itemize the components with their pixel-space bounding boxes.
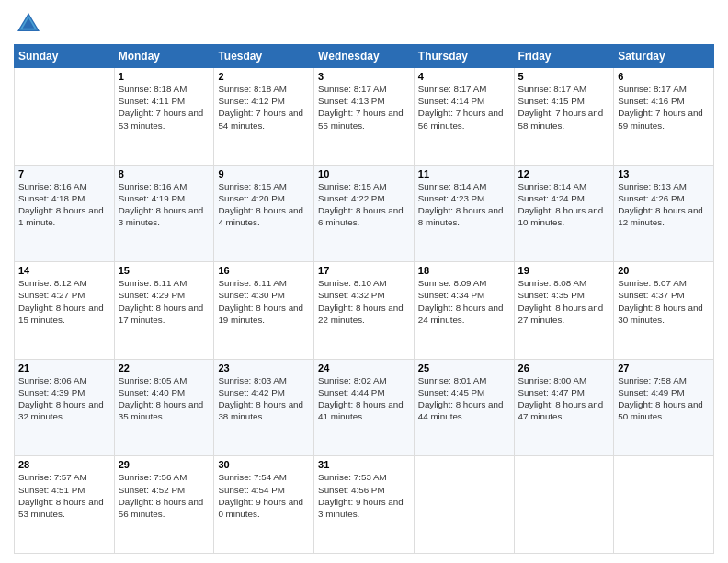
day-number: 23	[218, 362, 310, 373]
day-info: Sunrise: 8:17 AM Sunset: 4:14 PM Dayligh…	[418, 83, 510, 132]
calendar-cell	[614, 456, 714, 554]
sunrise: Sunrise: 8:03 AM	[218, 375, 287, 385]
calendar-cell: 19 Sunrise: 8:08 AM Sunset: 4:35 PM Dayl…	[514, 262, 614, 360]
daylight: Daylight: 7 hours and 54 minutes.	[218, 108, 303, 130]
sunrise: Sunrise: 8:11 AM	[218, 278, 287, 288]
day-number: 19	[518, 265, 610, 276]
sunset: Sunset: 4:52 PM	[119, 485, 185, 495]
sunset: Sunset: 4:16 PM	[618, 96, 684, 106]
day-number: 18	[418, 265, 510, 276]
day-number: 6	[618, 71, 710, 82]
day-info: Sunrise: 8:11 AM Sunset: 4:30 PM Dayligh…	[218, 277, 310, 326]
day-info: Sunrise: 8:18 AM Sunset: 4:11 PM Dayligh…	[119, 83, 210, 132]
day-number: 1	[119, 71, 210, 82]
sunrise: Sunrise: 8:17 AM	[418, 84, 487, 94]
daylight: Daylight: 8 hours and 41 minutes.	[318, 399, 404, 421]
calendar-cell: 13 Sunrise: 8:13 AM Sunset: 4:26 PM Dayl…	[614, 165, 714, 262]
calendar-cell: 26 Sunrise: 8:00 AM Sunset: 4:47 PM Dayl…	[514, 359, 614, 456]
day-info: Sunrise: 8:16 AM Sunset: 4:19 PM Dayligh…	[119, 180, 210, 229]
calendar-cell: 31 Sunrise: 7:53 AM Sunset: 4:56 PM Dayl…	[314, 456, 415, 554]
day-info: Sunrise: 8:10 AM Sunset: 4:32 PM Dayligh…	[318, 277, 410, 326]
daylight: Daylight: 8 hours and 15 minutes.	[18, 303, 104, 325]
sunrise: Sunrise: 8:10 AM	[318, 278, 387, 288]
calendar-cell: 9 Sunrise: 8:15 AM Sunset: 4:20 PM Dayli…	[214, 165, 314, 262]
day-info: Sunrise: 8:12 AM Sunset: 4:27 PM Dayligh…	[18, 277, 110, 326]
page: SundayMondayTuesdayWednesdayThursdayFrid…	[0, 0, 728, 563]
day-info: Sunrise: 7:53 AM Sunset: 4:56 PM Dayligh…	[318, 471, 410, 520]
daylight: Daylight: 8 hours and 10 minutes.	[518, 205, 604, 227]
calendar-cell: 15 Sunrise: 8:11 AM Sunset: 4:29 PM Dayl…	[114, 262, 214, 360]
sunrise: Sunrise: 7:53 AM	[318, 472, 387, 482]
daylight: Daylight: 7 hours and 55 minutes.	[318, 108, 404, 130]
calendar-header-monday: Monday	[114, 45, 214, 68]
day-info: Sunrise: 8:02 AM Sunset: 4:44 PM Dayligh…	[318, 374, 410, 423]
day-number: 21	[18, 362, 110, 373]
sunset: Sunset: 4:27 PM	[18, 290, 85, 300]
sunset: Sunset: 4:30 PM	[218, 290, 284, 300]
daylight: Daylight: 8 hours and 17 minutes.	[119, 303, 204, 325]
sunrise: Sunrise: 8:16 AM	[119, 181, 188, 191]
sunset: Sunset: 4:23 PM	[418, 193, 484, 203]
day-number: 16	[218, 265, 310, 276]
daylight: Daylight: 8 hours and 44 minutes.	[418, 399, 504, 421]
sunrise: Sunrise: 8:14 AM	[418, 181, 487, 191]
daylight: Daylight: 8 hours and 1 minute.	[18, 205, 104, 227]
day-number: 28	[18, 459, 110, 470]
day-info: Sunrise: 8:14 AM Sunset: 4:23 PM Dayligh…	[418, 180, 510, 229]
day-number: 22	[119, 362, 210, 373]
day-number: 4	[418, 71, 510, 82]
calendar-header-friday: Friday	[514, 45, 614, 68]
daylight: Daylight: 8 hours and 56 minutes.	[119, 497, 204, 519]
daylight: Daylight: 9 hours and 3 minutes.	[318, 497, 404, 519]
day-info: Sunrise: 7:57 AM Sunset: 4:51 PM Dayligh…	[18, 471, 110, 520]
day-info: Sunrise: 8:14 AM Sunset: 4:24 PM Dayligh…	[518, 180, 610, 229]
daylight: Daylight: 8 hours and 8 minutes.	[418, 205, 504, 227]
sunrise: Sunrise: 8:14 AM	[518, 181, 587, 191]
day-info: Sunrise: 8:13 AM Sunset: 4:26 PM Dayligh…	[618, 180, 710, 229]
day-number: 9	[218, 168, 310, 179]
day-info: Sunrise: 8:17 AM Sunset: 4:15 PM Dayligh…	[518, 83, 610, 132]
calendar-week-1: 7 Sunrise: 8:16 AM Sunset: 4:18 PM Dayli…	[15, 165, 714, 262]
calendar-cell: 27 Sunrise: 7:58 AM Sunset: 4:49 PM Dayl…	[614, 359, 714, 456]
sunrise: Sunrise: 8:17 AM	[618, 84, 687, 94]
calendar-cell: 6 Sunrise: 8:17 AM Sunset: 4:16 PM Dayli…	[614, 68, 714, 166]
sunrise: Sunrise: 8:07 AM	[618, 278, 687, 288]
calendar-cell: 1 Sunrise: 8:18 AM Sunset: 4:11 PM Dayli…	[114, 68, 214, 166]
logo	[14, 9, 47, 39]
sunrise: Sunrise: 8:05 AM	[119, 375, 188, 385]
day-info: Sunrise: 8:15 AM Sunset: 4:20 PM Dayligh…	[218, 180, 310, 229]
day-number: 26	[518, 362, 610, 373]
calendar-cell: 2 Sunrise: 8:18 AM Sunset: 4:12 PM Dayli…	[214, 68, 314, 166]
sunset: Sunset: 4:49 PM	[618, 387, 684, 397]
daylight: Daylight: 8 hours and 32 minutes.	[18, 399, 104, 421]
day-info: Sunrise: 8:15 AM Sunset: 4:22 PM Dayligh…	[318, 180, 410, 229]
day-number: 15	[119, 265, 210, 276]
day-info: Sunrise: 7:54 AM Sunset: 4:54 PM Dayligh…	[218, 471, 310, 520]
day-number: 12	[518, 168, 610, 179]
daylight: Daylight: 8 hours and 3 minutes.	[119, 205, 204, 227]
calendar-cell: 24 Sunrise: 8:02 AM Sunset: 4:44 PM Dayl…	[314, 359, 415, 456]
calendar-header-row: SundayMondayTuesdayWednesdayThursdayFrid…	[15, 45, 714, 68]
day-number: 25	[418, 362, 510, 373]
daylight: Daylight: 8 hours and 38 minutes.	[218, 399, 303, 421]
calendar: SundayMondayTuesdayWednesdayThursdayFrid…	[14, 44, 714, 554]
sunset: Sunset: 4:44 PM	[318, 387, 384, 397]
sunrise: Sunrise: 8:02 AM	[318, 375, 387, 385]
day-number: 29	[119, 459, 210, 470]
daylight: Daylight: 9 hours and 0 minutes.	[218, 497, 303, 519]
calendar-week-2: 14 Sunrise: 8:12 AM Sunset: 4:27 PM Dayl…	[15, 262, 714, 360]
sunrise: Sunrise: 8:09 AM	[418, 278, 487, 288]
sunset: Sunset: 4:51 PM	[18, 485, 85, 495]
daylight: Daylight: 8 hours and 50 minutes.	[618, 399, 703, 421]
day-number: 8	[119, 168, 210, 179]
daylight: Daylight: 7 hours and 58 minutes.	[518, 108, 604, 130]
calendar-header-wednesday: Wednesday	[314, 45, 415, 68]
day-info: Sunrise: 8:05 AM Sunset: 4:40 PM Dayligh…	[119, 374, 210, 423]
calendar-cell: 14 Sunrise: 8:12 AM Sunset: 4:27 PM Dayl…	[15, 262, 115, 360]
calendar-cell: 11 Sunrise: 8:14 AM Sunset: 4:23 PM Dayl…	[414, 165, 514, 262]
sunset: Sunset: 4:14 PM	[418, 96, 484, 106]
daylight: Daylight: 8 hours and 22 minutes.	[318, 303, 404, 325]
day-number: 5	[518, 71, 610, 82]
sunrise: Sunrise: 8:00 AM	[518, 375, 587, 385]
sunset: Sunset: 4:20 PM	[218, 193, 284, 203]
